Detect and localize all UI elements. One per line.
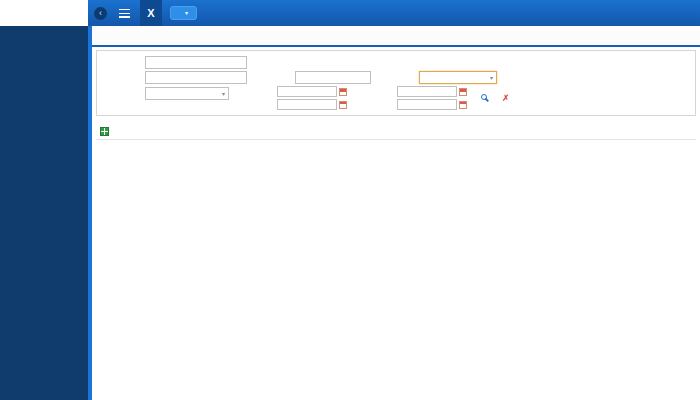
menu-hamburger-icon[interactable] xyxy=(119,9,130,18)
close-icon[interactable]: X xyxy=(140,0,162,26)
export-button[interactable] xyxy=(100,127,113,136)
clear-x-icon: ✗ xyxy=(502,94,510,103)
search-button[interactable] xyxy=(481,94,490,100)
brand-logo xyxy=(0,0,88,26)
welcome-user-button[interactable]: ▾ xyxy=(170,6,197,20)
purchase-date-range xyxy=(397,86,469,110)
purchase-date-end-input[interactable] xyxy=(397,99,457,110)
sidebar-nav xyxy=(0,26,88,400)
barcode-input[interactable] xyxy=(145,71,247,84)
report-table-wrap xyxy=(96,140,696,400)
chevron-down-icon: ▾ xyxy=(222,91,225,97)
order-no-input[interactable] xyxy=(145,56,247,69)
instock-date-start-input[interactable] xyxy=(277,86,337,97)
instock-date-range xyxy=(277,86,349,110)
instock-date-end-input[interactable] xyxy=(277,99,337,110)
sidebar-collapse-icon[interactable]: ‹ xyxy=(94,7,107,20)
query-form: ▾ ▾ xyxy=(96,50,696,116)
asset-type-select[interactable]: ▾ xyxy=(419,71,497,84)
page-body: ▾ ▾ xyxy=(0,26,700,400)
tab-bar xyxy=(92,26,700,47)
top-header-bar: ‹ X ▾ xyxy=(0,0,700,26)
calendar-icon[interactable] xyxy=(459,88,467,96)
table-toolbar xyxy=(96,125,696,140)
main-content: ▾ ▾ xyxy=(92,26,700,400)
app-window: ‹ X ▾ xyxy=(0,0,700,400)
clear-button[interactable]: ✗ xyxy=(502,94,513,103)
export-excel-icon xyxy=(100,127,109,136)
calendar-icon[interactable] xyxy=(459,101,467,109)
calendar-icon[interactable] xyxy=(339,88,347,96)
asset-name-input[interactable] xyxy=(295,71,371,84)
search-icon xyxy=(481,94,487,100)
chevron-down-icon: ▾ xyxy=(490,75,493,81)
calendar-icon[interactable] xyxy=(339,101,347,109)
use-dept-select[interactable]: ▾ xyxy=(145,87,229,100)
chevron-down-icon: ▾ xyxy=(185,10,188,16)
purchase-date-start-input[interactable] xyxy=(397,86,457,97)
